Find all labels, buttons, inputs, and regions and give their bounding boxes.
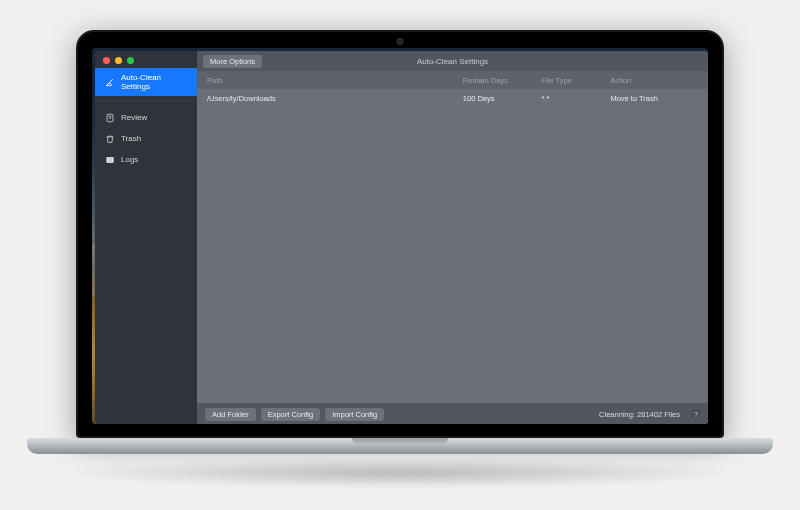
cell-path: /Users/ty/Downloads [207,94,463,103]
desktop-wallpaper: Auto-Clean Settings Review Trash [92,48,708,424]
sidebar-item-review[interactable]: Review [95,107,197,128]
table-body: /Users/ty/Downloads 100 Days *.* Move to… [197,89,708,403]
close-icon[interactable] [103,57,110,64]
window-controls [95,51,197,68]
table-row[interactable]: /Users/ty/Downloads 100 Days *.* Move to… [197,89,708,108]
sidebar: Auto-Clean Settings Review Trash [95,51,197,424]
terminal-icon [104,154,115,165]
laptop-base [27,438,773,454]
sidebar-item-label: Review [121,113,147,122]
sidebar-item-label: Auto-Clean Settings [121,73,188,91]
document-icon [104,112,115,123]
main-panel: More Options Auto-Clean Settings Path Re… [197,51,708,424]
column-header-action: Action [610,76,699,85]
laptop-notch [352,438,448,444]
sidebar-item-auto-clean-settings[interactable]: Auto-Clean Settings [95,68,197,96]
camera-icon [398,39,403,44]
status-text: Cleanning: 281402 Files [599,410,680,419]
sidebar-item-label: Trash [121,134,141,143]
bottombar: Add Folder Export Config Import Config C… [197,403,708,424]
page-title: Auto-Clean Settings [262,57,643,66]
laptop-bezel: Auto-Clean Settings Review Trash [76,30,724,438]
sidebar-item-label: Logs [121,155,138,164]
zoom-icon[interactable] [127,57,134,64]
add-folder-button[interactable]: Add Folder [205,408,256,421]
sidebar-item-logs[interactable]: Logs [95,149,197,170]
topbar: More Options Auto-Clean Settings [197,51,708,71]
trash-icon [104,133,115,144]
import-config-button[interactable]: Import Config [325,408,384,421]
cell-action: Move to Trash [610,94,699,103]
cell-file-type: *.* [542,94,611,103]
column-header-path: Path [207,76,463,85]
laptop-shadow [60,458,740,488]
broom-icon [104,77,115,88]
help-icon[interactable]: ? [691,409,701,419]
sidebar-item-trash[interactable]: Trash [95,128,197,149]
column-header-file-type: File Type [542,76,611,85]
more-options-button[interactable]: More Options [203,55,262,68]
export-config-button[interactable]: Export Config [261,408,320,421]
column-header-remain-days: Remain Days [463,76,542,85]
svg-rect-1 [106,157,114,163]
table-header: Path Remain Days File Type Action [197,71,708,89]
sidebar-divider [95,101,197,102]
cell-remain-days: 100 Days [463,94,542,103]
minimize-icon[interactable] [115,57,122,64]
app-window: Auto-Clean Settings Review Trash [95,51,708,424]
